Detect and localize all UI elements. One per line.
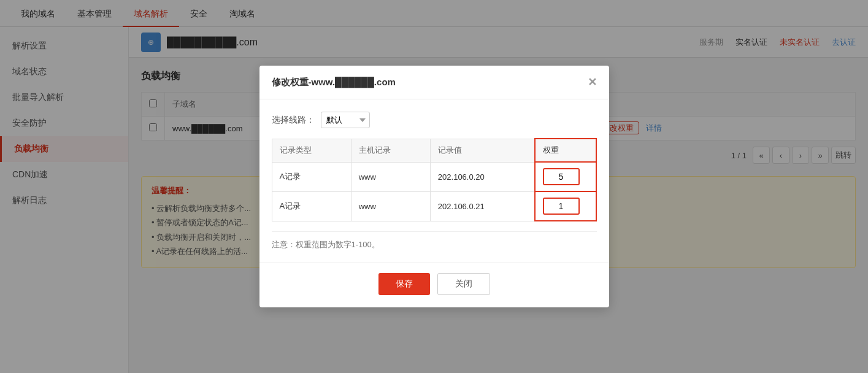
modal-note: 注意：权重范围为数字1-100。 (272, 231, 597, 250)
record-host-2: www (351, 191, 430, 221)
modal-col-host: 主机记录 (351, 139, 430, 162)
modal-dialog: 修改权重-www.██████.com ✕ 选择线路： 默认 记录类型 主机记录… (259, 66, 609, 307)
modal-record-row-1: A记录 www 202.106.0.20 (272, 162, 596, 191)
modal-footer: 保存 关闭 (259, 263, 609, 307)
modal-records-table: 记录类型 主机记录 记录值 权重 A记录 www 202.106.0.20 (272, 138, 597, 221)
modal-body: 选择线路： 默认 记录类型 主机记录 记录值 权重 A记录 (259, 99, 609, 263)
modal-col-weight: 权重 (535, 139, 596, 162)
record-weight-cell-2 (535, 191, 596, 221)
record-type-1: A记录 (272, 162, 351, 191)
modal-save-button[interactable]: 保存 (378, 273, 430, 295)
record-value-1: 202.106.0.20 (430, 162, 534, 191)
modal-title: 修改权重-www.██████.com (272, 77, 396, 88)
modal-overlay: 修改权重-www.██████.com ✕ 选择线路： 默认 记录类型 主机记录… (0, 0, 868, 373)
modal-col-value: 记录值 (430, 139, 534, 162)
weight-input-2[interactable] (543, 198, 580, 215)
line-select[interactable]: 默认 (321, 112, 370, 128)
weight-input-1[interactable] (543, 168, 580, 185)
modal-close-icon[interactable]: ✕ (588, 75, 597, 89)
line-selector-row: 选择线路： 默认 (272, 112, 597, 128)
record-host-1: www (351, 162, 430, 191)
modal-close-button[interactable]: 关闭 (437, 273, 490, 295)
record-type-2: A记录 (272, 191, 351, 221)
modal-header: 修改权重-www.██████.com ✕ (259, 66, 609, 99)
line-label: 选择线路： (272, 115, 321, 126)
modal-col-type: 记录类型 (272, 139, 351, 162)
record-value-2: 202.106.0.21 (430, 191, 534, 221)
modal-record-row-2: A记录 www 202.106.0.21 (272, 191, 596, 221)
record-weight-cell-1 (535, 162, 596, 191)
